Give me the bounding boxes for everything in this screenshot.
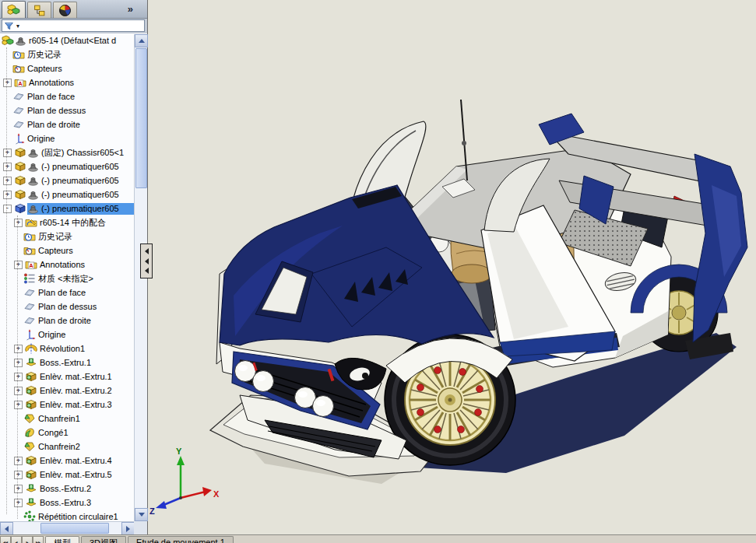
expand-toggle[interactable]: + xyxy=(3,177,12,185)
bottom-tab-etude-de-mouvement-1[interactable]: Etude de mouvement 1 xyxy=(128,536,234,543)
expand-toggle[interactable]: + xyxy=(14,471,23,479)
tree-item[interactable]: 历史记录 xyxy=(0,229,135,243)
tree-item[interactable]: +r605-14 中的配合 xyxy=(0,215,135,229)
tree-item[interactable]: Capteurs xyxy=(0,243,135,257)
cut-icon xyxy=(25,370,37,383)
expand-toggle[interactable]: + xyxy=(14,359,23,367)
scroll-left-button[interactable] xyxy=(0,522,13,535)
horizontal-scroll-thumb[interactable] xyxy=(40,523,109,534)
tree-item[interactable]: Plan de face xyxy=(0,286,135,300)
featuremanager-design-tree-tab[interactable] xyxy=(2,1,26,18)
tree-item-label: Enlèv. mat.-Extru.5 xyxy=(38,470,114,479)
tree-item[interactable]: +Enlèv. mat.-Extru.1 xyxy=(0,370,135,384)
expand-toggle[interactable]: + xyxy=(3,163,12,171)
expand-toggle[interactable]: + xyxy=(3,149,12,157)
tree-item[interactable]: Origine xyxy=(0,131,135,145)
expand-toggle[interactable]: + xyxy=(14,387,23,395)
tree-item[interactable]: Capteurs xyxy=(0,61,135,75)
filter-bar: ▾ xyxy=(0,19,147,33)
tree-item[interactable]: +Annotations xyxy=(0,257,135,272)
tree-item[interactable]: Chanfrein1 xyxy=(0,412,135,426)
expand-toggle[interactable]: + xyxy=(14,261,23,269)
expand-toggle[interactable]: + xyxy=(3,79,12,87)
tree-item-label: Plan de droite xyxy=(26,120,82,129)
boss-icon xyxy=(25,356,37,369)
bottom-tab-strip: ◂◂◂▸▸▸ 模型3D视图Etude de mouvement 1 xyxy=(0,534,756,543)
tree-item-label: Enlèv. mat.-Extru.1 xyxy=(38,372,114,381)
history-icon xyxy=(23,230,36,243)
triad-y-label: Y xyxy=(176,447,182,456)
scroll-down-button[interactable] xyxy=(135,508,148,521)
tree-item[interactable]: +(-) pneumatiquer605 xyxy=(0,187,135,201)
expand-toggle[interactable]: + xyxy=(14,401,23,409)
tree-item[interactable]: +(固定) Chassisr605<1 xyxy=(0,145,135,159)
tree-item-label: 历史记录 xyxy=(26,49,63,61)
tab-nav-button[interactable]: ◂ xyxy=(11,536,22,543)
propertymanager-tab[interactable] xyxy=(27,2,51,18)
assembly-icon xyxy=(2,34,14,47)
tree-item-label: Boss.-Extru.1 xyxy=(38,358,93,367)
filter-caret-icon[interactable]: ▾ xyxy=(16,23,19,30)
collapse-arrow-icon xyxy=(145,268,149,274)
tree-item[interactable]: +Boss.-Extru.2 xyxy=(0,482,135,496)
expand-toggle[interactable]: + xyxy=(14,345,23,353)
tree-item[interactable]: +Enlèv. mat.-Extru.4 xyxy=(0,454,135,468)
feature-tree: r605-14 (Défaut<Etat d历史记录Capteurs+Annot… xyxy=(0,33,135,521)
history-icon xyxy=(12,48,25,61)
tree-guide-line xyxy=(6,47,7,514)
tree-item[interactable]: +Annotations xyxy=(0,75,135,89)
graphics-viewport[interactable]: Y X Z xyxy=(148,0,756,534)
expand-toggle[interactable]: + xyxy=(14,457,23,465)
tree-item[interactable]: Plan de face xyxy=(0,89,135,103)
tab-nav-button[interactable]: ◂◂ xyxy=(0,536,11,543)
tree-item-label: Plan de face xyxy=(37,288,87,297)
tree-item[interactable]: Plan de droite xyxy=(0,117,135,131)
tree-item[interactable]: Répétition circulaire1 xyxy=(0,510,135,521)
tree-item[interactable]: +Enlèv. mat.-Extru.5 xyxy=(0,468,135,482)
tree-item[interactable]: +Boss.-Extru.3 xyxy=(0,496,135,510)
car-3d-model: Y X Z xyxy=(148,0,756,534)
tree-item-label: Plan de dessus xyxy=(37,302,98,311)
tree-item[interactable]: Plan de droite xyxy=(0,314,135,328)
tab-overflow-chevron[interactable]: » xyxy=(128,3,133,15)
scroll-up-button[interactable] xyxy=(135,34,148,47)
filter-input[interactable]: ▾ xyxy=(2,19,145,32)
tab-nav-button[interactable]: ▸ xyxy=(22,536,33,543)
displaymanager-tab[interactable] xyxy=(53,2,77,18)
tree-item[interactable]: 历史记录 xyxy=(0,47,135,61)
scroll-right-button[interactable] xyxy=(121,522,135,535)
tree-item[interactable]: r605-14 (Défaut<Etat d xyxy=(0,33,135,47)
expand-toggle[interactable]: + xyxy=(3,191,12,199)
filter-funnel-icon xyxy=(4,21,14,31)
panel-splitter-collapse[interactable] xyxy=(140,243,153,279)
vertical-scroll-thumb[interactable] xyxy=(135,48,147,188)
tree-item[interactable]: Chanfrein2 xyxy=(0,440,135,454)
tree-item[interactable]: +(-) pneumatiquer605 xyxy=(0,173,135,187)
tree-item-label: Congé1 xyxy=(37,428,70,437)
collapse-arrow-icon xyxy=(145,248,149,254)
tree-item-label: Origine xyxy=(26,134,56,143)
tree-guide-line xyxy=(17,215,18,519)
tree-item[interactable]: 材质 <未指定> xyxy=(0,272,135,286)
tree-item[interactable]: Plan de dessus xyxy=(0,300,135,314)
tree-item[interactable]: -(-) pneumatiquer605 xyxy=(0,201,135,215)
tree-item[interactable]: +Enlèv. mat.-Extru.2 xyxy=(0,384,135,398)
tree-horizontal-scrollbar[interactable] xyxy=(0,521,135,534)
tab-nav-button[interactable]: ▸▸ xyxy=(33,536,44,543)
expand-toggle[interactable]: + xyxy=(14,219,23,227)
bottom-tab-3d视图[interactable]: 3D视图 xyxy=(81,536,126,543)
tree-item[interactable]: +Enlèv. mat.-Extru.3 xyxy=(0,398,135,412)
expand-toggle[interactable]: + xyxy=(14,499,23,507)
expand-toggle[interactable]: + xyxy=(14,373,23,381)
bottom-tab-模型[interactable]: 模型 xyxy=(45,536,79,543)
tree-item[interactable]: Plan de dessus xyxy=(0,103,135,117)
expand-toggle[interactable]: - xyxy=(3,205,12,213)
tree-item[interactable]: +Boss.-Extru.1 xyxy=(0,356,135,370)
tree-item[interactable]: Origine xyxy=(0,328,135,342)
tree-item[interactable]: Congé1 xyxy=(0,426,135,440)
annotations-icon xyxy=(14,76,26,89)
tree-item[interactable]: +(-) pneumatiquer605 xyxy=(0,159,135,173)
plane-icon xyxy=(12,104,25,117)
tree-item[interactable]: +Révolution1 xyxy=(0,342,135,356)
expand-toggle[interactable]: + xyxy=(14,485,23,493)
